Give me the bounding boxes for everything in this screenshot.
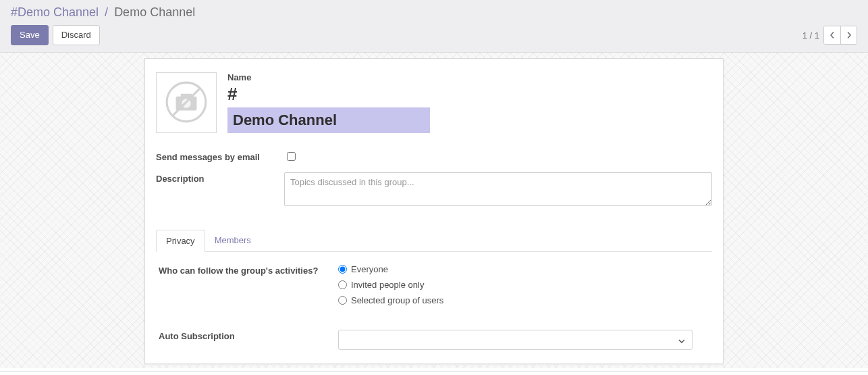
chevron-left-icon	[829, 30, 836, 41]
action-buttons: Save Discard	[11, 25, 100, 45]
save-button[interactable]: Save	[11, 25, 49, 45]
camera-placeholder-icon	[164, 80, 209, 126]
follow-radio-everyone[interactable]	[338, 265, 347, 274]
breadcrumb-sep: /	[105, 5, 108, 19]
channel-image[interactable]	[156, 72, 217, 133]
breadcrumb-current: Demo Channel	[114, 5, 195, 19]
chevron-right-icon	[846, 30, 852, 41]
tab-members[interactable]: Members	[205, 230, 261, 252]
pager-prev-button[interactable]	[824, 26, 840, 44]
follow-option-label: Invited people only	[351, 280, 424, 290]
send-email-label: Send messages by email	[156, 151, 277, 162]
follow-option-everyone[interactable]: Everyone	[338, 264, 709, 274]
description-label: Description	[156, 172, 277, 184]
name-label: Name	[227, 72, 712, 82]
breadcrumb: #Demo Channel / Demo Channel	[11, 0, 857, 25]
follow-option-label: Everyone	[351, 264, 388, 274]
channel-name-input[interactable]	[227, 107, 430, 133]
auto-sub-label: Auto Subscription	[159, 330, 334, 341]
form-sheet: Name # Send messages by email Descriptio…	[144, 58, 724, 364]
form-tabs: Privacy Members	[156, 230, 712, 252]
pager-next-button[interactable]	[840, 26, 857, 44]
follow-option-selected[interactable]: Selected group of users	[338, 295, 709, 305]
pager: 1 / 1	[803, 26, 857, 45]
follow-radio-invited[interactable]	[338, 280, 347, 289]
follow-label: Who can follow the group's activities?	[159, 264, 334, 276]
follow-option-label: Selected group of users	[351, 295, 443, 305]
follow-option-invited[interactable]: Invited people only	[338, 280, 709, 290]
follow-radio-selected[interactable]	[338, 296, 347, 305]
page-end-divider	[0, 371, 868, 372]
follow-options: Everyone Invited people only Selected gr…	[338, 264, 709, 305]
breadcrumb-root[interactable]: #Demo Channel	[11, 5, 99, 19]
description-textarea[interactable]	[284, 172, 712, 206]
send-email-checkbox[interactable]	[287, 152, 296, 161]
pager-text: 1 / 1	[803, 30, 819, 41]
name-prefix: #	[227, 84, 712, 105]
tab-privacy[interactable]: Privacy	[156, 230, 205, 252]
discard-button[interactable]: Discard	[53, 25, 100, 45]
caret-down-icon	[678, 335, 685, 345]
auto-sub-select[interactable]	[338, 330, 693, 350]
